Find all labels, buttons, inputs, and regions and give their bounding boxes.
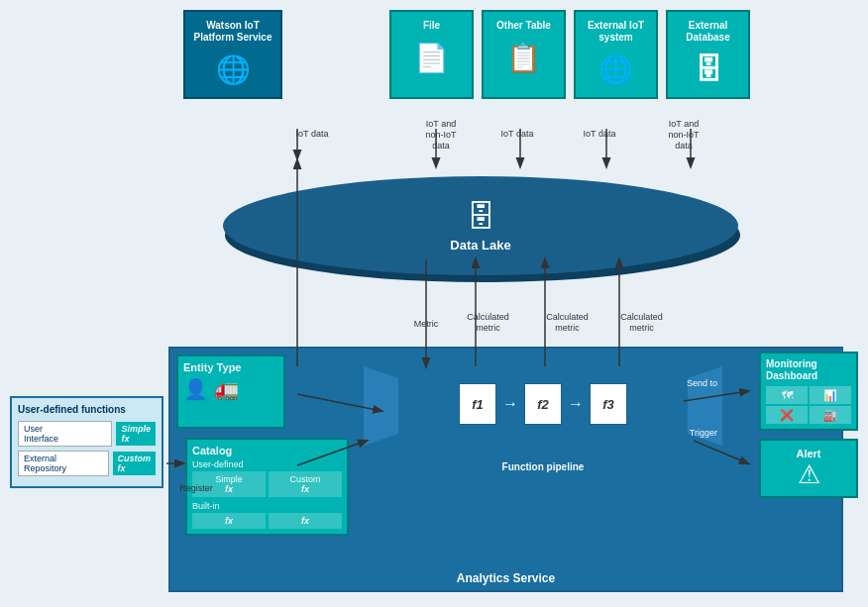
arrow-f1-f2: → <box>502 395 518 413</box>
function-1-box: f1 <box>459 383 496 425</box>
user-functions-box: User-defined functions UserInterface Sim… <box>10 396 163 488</box>
monitor-cell-1: 🗺 <box>766 386 808 404</box>
arrow-label-iot-data-watson: IoT data <box>287 129 337 140</box>
external-repository-fx: Customfx <box>113 452 157 475</box>
other-table-box: Other Table 📋 <box>482 10 566 99</box>
watson-iot-box: Watson IoT Platform Service 🌐 <box>183 10 282 99</box>
pipeline-area: f1 → f2 → f3 Function pipeline <box>364 358 722 477</box>
catalog-builtin-grid: fx fx <box>192 513 342 529</box>
arrow-label-calc-metric-3: Calculatedmetric <box>609 312 674 334</box>
analytics-service-box: Analytics Service Entity Type 👤 🚛 Catalo… <box>168 347 843 592</box>
external-db-box: External Database 🗄 <box>666 10 750 99</box>
other-table-icon: 📋 <box>506 42 541 74</box>
data-lake-ellipse: 🗄 Data Lake <box>223 176 738 275</box>
user-interface-fx: Simplefx <box>116 422 156 446</box>
user-functions-title: User-defined functions <box>18 404 156 415</box>
entity-type-label: Entity Type <box>183 361 278 373</box>
entity-type-box: Entity Type 👤 🚛 <box>176 354 285 429</box>
external-repository-row: ExternalRepository Customfx <box>18 451 156 476</box>
pipeline-funnel-left <box>364 366 398 446</box>
arrow-label-iot-data-ext: IoT data <box>575 129 624 140</box>
user-interface-label: UserInterface <box>18 421 112 447</box>
file-box: File 📄 <box>389 10 474 99</box>
monitor-cell-2: 📊 <box>810 386 851 404</box>
alert-box: Alert ⚠ <box>759 439 858 498</box>
pipeline-functions: f1 → f2 → f3 <box>405 383 681 425</box>
file-label: File <box>423 20 440 32</box>
user-interface-row: UserInterface Simplefx <box>18 421 156 447</box>
file-icon: 📄 <box>414 42 449 74</box>
arrow-label-iot-data-other: IoT data <box>492 129 542 140</box>
main-diagram: Watson IoT Platform Service 🌐 File 📄 Oth… <box>0 0 868 607</box>
top-sources: Watson IoT Platform Service 🌐 File 📄 Oth… <box>183 10 750 99</box>
catalog-builtin-fx2: fx <box>269 513 342 529</box>
arrow-label-metric: Metric <box>401 319 451 330</box>
external-repository-label: ExternalRepository <box>18 451 109 476</box>
send-to-label: Send to <box>687 378 717 388</box>
external-db-label: External Database <box>674 20 742 44</box>
alert-label: Alert <box>796 448 820 459</box>
monitor-cell-3: ❌ <box>766 406 808 424</box>
entity-type-icons: 👤 🚛 <box>183 377 278 401</box>
monitoring-label: Monitoring Dashboard <box>766 358 851 382</box>
catalog-label: Catalog <box>192 445 342 456</box>
watson-label: Watson IoT Platform Service <box>191 20 274 44</box>
watson-icon: 🌐 <box>216 53 251 86</box>
arrow-label-calc-metric-1: Calculatedmetric <box>456 312 520 334</box>
other-table-label: Other Table <box>496 20 551 32</box>
monitoring-dashboard-box: Monitoring Dashboard 🗺 📊 ❌ 🏭 <box>759 352 858 431</box>
alert-icon: ⚠ <box>798 459 820 490</box>
trigger-label: Trigger <box>690 428 717 438</box>
external-iot-box: External IoT system 🌐 <box>574 10 658 99</box>
arrow-label-iot-non-iot-1: IoT andnon-IoTdata <box>411 119 471 151</box>
external-iot-label: External IoT system <box>582 20 650 44</box>
external-iot-icon: 🌐 <box>598 53 633 86</box>
catalog-custom-fx: Customfx <box>269 471 342 497</box>
pipeline-label: Function pipeline <box>364 461 722 472</box>
data-lake-label: Data Lake <box>450 238 510 253</box>
catalog-builtin-fx1: fx <box>192 513 266 529</box>
catalog-user-defined-label: User-defined <box>192 459 342 469</box>
arrow-label-iot-non-iot-2: IoT andnon-IoTdata <box>654 119 713 151</box>
data-lake-db-icon: 🗄 <box>466 200 495 234</box>
analytics-label: Analytics Service <box>170 571 841 585</box>
arrow-label-calc-metric-2: Calculatedmetric <box>535 312 599 334</box>
function-2-box: f2 <box>524 383 562 425</box>
function-3-box: f3 <box>590 383 627 425</box>
arrow-f2-f3: → <box>568 395 584 413</box>
monitoring-grid: 🗺 📊 ❌ 🏭 <box>766 386 851 424</box>
monitor-cell-4: 🏭 <box>810 406 851 424</box>
catalog-built-in-label: Built-in <box>192 501 342 511</box>
external-db-icon: 🗄 <box>695 53 722 86</box>
arrow-label-register: Register <box>171 483 221 494</box>
right-boxes: Monitoring Dashboard 🗺 📊 ❌ 🏭 Alert ⚠ <box>759 352 858 498</box>
